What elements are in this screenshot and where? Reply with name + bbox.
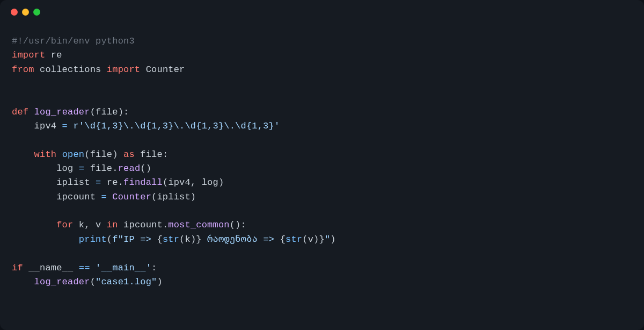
param-file: file (96, 107, 118, 117)
op-eqeq: == (79, 263, 90, 273)
module-re: re (107, 177, 118, 188)
builtin-print: print (79, 234, 107, 245)
code-line: with open(file) as file: (12, 149, 168, 160)
fstring: f"IP => (112, 234, 157, 245)
parens: (): (230, 220, 246, 230)
code-area[interactable]: #!/usr/bin/env python3 import re from co… (0, 24, 644, 289)
code-line: def log_reader(file): (12, 107, 129, 117)
code-line (12, 92, 17, 103)
op-eq: = (56, 121, 73, 131)
fbrace: } (319, 234, 325, 245)
shebang-comment: #!/usr/bin/env python3 (12, 36, 135, 46)
code-line: log = file.read() (12, 163, 151, 174)
indent (12, 277, 34, 287)
paren: ) (157, 277, 162, 287)
builtin-str: str (163, 234, 179, 245)
var-ipcount: ipcount (118, 220, 163, 230)
paren: ( (90, 107, 96, 117)
indent (12, 163, 56, 174)
dot: . (112, 163, 118, 174)
code-line: if __name__ == '__main__': (12, 263, 157, 273)
call-counter: Counter (112, 192, 151, 202)
fstring: " (325, 234, 330, 245)
code-line: #!/usr/bin/env python3 (12, 36, 135, 46)
call-log-reader: log_reader (34, 277, 90, 287)
code-line: from collections import Counter (12, 64, 185, 75)
args: (v) (302, 234, 319, 245)
call-most-common: most_common (168, 220, 229, 230)
fbrace: { (157, 234, 162, 245)
kw-import: import (107, 64, 140, 75)
paren: ( (107, 234, 112, 245)
var-ipv4: ipv4 (34, 121, 57, 131)
op-eq: = (96, 192, 112, 202)
minimize-icon[interactable] (22, 9, 29, 16)
zoom-icon[interactable] (33, 9, 40, 16)
fbrace: } (196, 234, 201, 245)
paren: ) (112, 149, 118, 160)
op-eq: = (90, 177, 107, 188)
module-collections: collections (40, 64, 101, 75)
builtin-str: str (286, 234, 302, 245)
dot: . (163, 220, 168, 230)
loop-vars: k, v (73, 220, 106, 230)
code-line: log_reader("case1.log") (12, 277, 163, 287)
args: (ipv4, log) (163, 177, 224, 188)
indent (12, 234, 79, 245)
dot: . (118, 177, 123, 188)
kw-if: if (12, 263, 23, 273)
fstring: რაოდენობა => (202, 234, 280, 245)
code-line (12, 78, 17, 89)
var-file: file (90, 163, 113, 174)
kw-import: import (12, 50, 45, 60)
colon: : (151, 263, 157, 273)
paren: ( (90, 277, 96, 287)
indent (12, 192, 56, 202)
kw-as: as (123, 149, 135, 160)
kw-from: from (12, 64, 34, 75)
code-line: for k, v in ipcount.most_common(): (12, 220, 246, 230)
code-line (12, 135, 17, 145)
kw-for: for (56, 220, 73, 230)
kw-in: in (107, 220, 118, 230)
call-findall: findall (123, 177, 163, 188)
indent (12, 177, 56, 188)
close-icon[interactable] (11, 9, 18, 16)
str-filename: "case1.log" (96, 277, 157, 287)
var-file: file (140, 149, 163, 160)
code-line: print(f"IP => {str(k)} რაოდენობა => {str… (12, 234, 336, 245)
var-file: file (90, 149, 113, 160)
kw-def: def (12, 107, 28, 117)
paren: ( (84, 149, 90, 160)
op-eq: = (73, 163, 90, 174)
func-name: log_reader (34, 107, 90, 117)
indent (12, 149, 34, 160)
builtin-open: open (62, 149, 85, 160)
code-line: iplist = re.findall(ipv4, log) (12, 177, 224, 188)
indent (12, 121, 34, 131)
code-line: ipv4 = r'\d{1,3}\.\d{1,3}\.\d{1,3}\.\d{1… (12, 121, 280, 131)
var-ipcount: ipcount (56, 192, 96, 202)
args: (k) (179, 234, 196, 245)
code-line (12, 248, 17, 259)
code-line: ipcount = Counter(iplist) (12, 192, 196, 202)
dunder-name: __name__ (23, 263, 79, 273)
paren: ): (118, 107, 129, 117)
titlebar (0, 0, 644, 24)
parens: () (140, 163, 151, 174)
code-line (12, 206, 17, 216)
regex-string: r'\d{1,3}\.\d{1,3}\.\d{1,3}\.\d{1,3}' (73, 121, 280, 131)
args: (iplist) (151, 192, 196, 202)
var-log: log (56, 163, 73, 174)
module-re: re (51, 50, 62, 60)
indent (12, 220, 56, 230)
str-main: '__main__' (90, 263, 151, 273)
fbrace: { (280, 234, 286, 245)
call-read: read (118, 163, 141, 174)
var-iplist: iplist (56, 177, 90, 188)
code-line: import re (12, 50, 62, 60)
editor-window: #!/usr/bin/env python3 import re from co… (0, 0, 644, 330)
paren: ) (330, 234, 335, 245)
colon: : (163, 149, 168, 160)
kw-with: with (34, 149, 57, 160)
